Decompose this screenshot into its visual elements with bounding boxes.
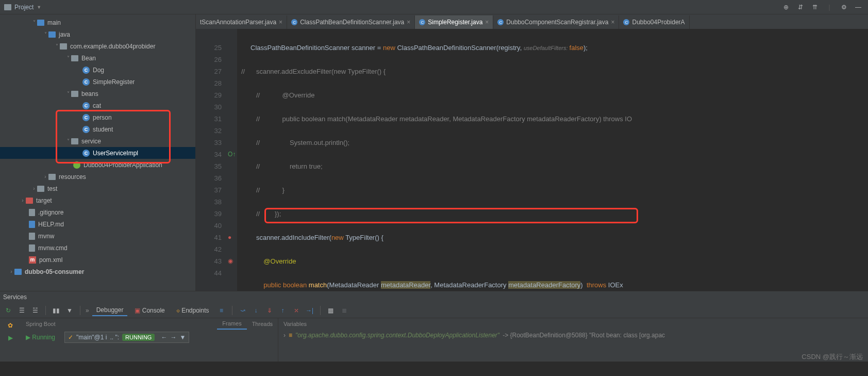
tree-test[interactable]: ›test (0, 183, 195, 194)
breakpoint-checked-icon[interactable]: ◉ (228, 255, 237, 267)
threads-icon[interactable]: ≡ (216, 305, 227, 316)
package-icon (60, 43, 67, 50)
close-icon[interactable]: × (407, 19, 410, 26)
tree-cat[interactable]: Ccat (0, 100, 195, 111)
expand-icon[interactable]: ⇵ (795, 2, 806, 13)
endpoints-tab[interactable]: ⟐ Endpoints (172, 305, 213, 316)
file-icon (29, 244, 35, 252)
folder-icon (48, 31, 56, 38)
tree-userserviceimpl[interactable]: CUserServiceImpl (0, 147, 195, 159)
tree-consumer[interactable]: ›dubbo-05-consumer (0, 266, 195, 277)
dropdown-icon: ▼ (37, 5, 41, 10)
folder-icon (37, 20, 44, 26)
resume-icon[interactable]: ▶ (5, 333, 15, 343)
file-icon (29, 233, 35, 240)
project-icon (4, 4, 11, 10)
project-toolbar: Project ▼ ⊕ ⇵ ⇈ | ⚙ — (0, 0, 868, 14)
class-icon: C (419, 19, 425, 25)
class-icon: C (82, 67, 90, 74)
force-step-icon[interactable]: ⇓ (264, 305, 275, 316)
variable-row[interactable]: › ≡ "org.apache.dubbo.config.spring.cont… (278, 330, 868, 341)
project-tree[interactable]: ˅main ˅java ˅com.example.dubbo04probider… (0, 14, 196, 291)
tab-probider[interactable]: CDubbo04ProbiderA (619, 15, 689, 29)
prev-frame-icon[interactable]: ← (161, 334, 167, 341)
hide-icon[interactable]: — (853, 2, 864, 13)
tab-simpleregister[interactable]: CSimpleRegister.java× (415, 15, 493, 29)
tree-mvnw[interactable]: mvnw (0, 230, 195, 242)
spring-icon[interactable]: ✿ (5, 320, 15, 331)
close-icon[interactable]: × (611, 19, 614, 26)
tree-app[interactable]: Dubbo04ProbiderApplication (0, 159, 195, 171)
divider-icon: | (824, 2, 835, 13)
layout2-icon[interactable]: ☱ (30, 305, 40, 316)
class-icon: C (82, 78, 90, 86)
tree-beans-pkg[interactable]: ˅beans (0, 88, 195, 100)
debug-side-toolbar: ✿ ▶ (0, 318, 21, 362)
tree-main[interactable]: ˅main (0, 17, 195, 28)
md-icon (29, 221, 35, 228)
tree-pom[interactable]: mpom.xml (0, 254, 195, 266)
filter-icon[interactable]: ▼ (64, 305, 75, 316)
filter-frame-icon[interactable]: ▼ (179, 334, 186, 341)
tree-bean-pkg[interactable]: ˅Bean (0, 52, 195, 64)
class-icon: C (82, 102, 90, 109)
tree-student[interactable]: Cstudent (0, 123, 195, 135)
editor-tabs: tScanAnnotationParser.java× CClassPathBe… (196, 14, 868, 29)
next-frame-icon[interactable]: → (170, 334, 176, 341)
debug-toolbar: ↻ ☰ ☱ ▮▮ ▼ » Debugger ▣ Console ⟐ Endpoi… (0, 303, 868, 318)
frames-tab[interactable]: Frames (217, 318, 246, 330)
tree-person[interactable]: Cperson (0, 111, 195, 123)
step-out-icon[interactable]: ↑ (278, 305, 288, 316)
code-editor[interactable]: 2526272829303132333435363738394041424344… (196, 29, 868, 291)
tree-service-pkg[interactable]: ˅service (0, 135, 195, 147)
tab-parser[interactable]: tScanAnnotationParser.java× (196, 15, 287, 29)
tree-simpleregister[interactable]: CSimpleRegister (0, 76, 195, 88)
close-icon[interactable]: × (485, 19, 489, 26)
variables-header: Variables (278, 318, 868, 330)
override-icon[interactable]: O↑ (228, 149, 237, 160)
collapse-icon[interactable]: ⇈ (809, 2, 821, 13)
console-tab[interactable]: ▣ Console (130, 305, 169, 316)
line-numbers: 2526272829303132333435363738394041424344 (196, 29, 228, 291)
class-icon: C (82, 114, 90, 121)
tab-scanner[interactable]: CClassPathBeanDefinitionScanner.java× (287, 15, 415, 29)
tree-target[interactable]: ›target (0, 194, 195, 206)
frame-select[interactable]: ✓ "main"@1 i .. ": RUNNING ← → ▼ (64, 332, 189, 343)
tree-help[interactable]: HELP.md (0, 218, 195, 230)
class-icon: C (291, 19, 297, 25)
frames-pane[interactable]: Spring Boot Frames Threads ▶ Running ✓ "… (21, 318, 278, 362)
services-header[interactable]: Services (0, 291, 868, 303)
layout-icon[interactable]: ☰ (16, 305, 27, 316)
folder-icon (48, 174, 56, 180)
gutter-icons[interactable]: O↑ ● ◉ (228, 29, 237, 291)
breakpoint-icon[interactable]: ● (228, 232, 237, 243)
tree-package[interactable]: ˅com.example.dubbo04probider (0, 40, 195, 52)
evaluate-icon[interactable]: ▦ (326, 305, 336, 316)
tree-mvnwcmd[interactable]: mvnw.cmd (0, 242, 195, 254)
running-label: ▶ Running (21, 332, 60, 342)
tree-resources[interactable]: ›resources (0, 171, 195, 183)
folder-icon (37, 186, 44, 192)
threads-tab[interactable]: Threads (247, 318, 278, 330)
tree-java[interactable]: ˅java (0, 28, 195, 40)
run-to-cursor-icon[interactable]: →| (305, 305, 315, 316)
step-into-icon[interactable]: ↓ (251, 305, 261, 316)
close-icon[interactable]: × (279, 19, 282, 26)
tab-registrar[interactable]: CDubboComponentScanRegistrar.java× (493, 15, 619, 29)
project-label-group[interactable]: Project ▼ (4, 4, 41, 11)
tree-dog[interactable]: CDog (0, 64, 195, 76)
variables-pane[interactable]: Variables › ≡ "org.apache.dubbo.config.s… (278, 318, 868, 362)
target-icon[interactable]: ⊕ (780, 2, 792, 13)
package-icon (71, 55, 78, 61)
camera-icon[interactable]: ▮▮ (51, 305, 61, 316)
debugger-tab[interactable]: Debugger (92, 305, 128, 316)
gear-icon[interactable]: ⚙ (838, 2, 849, 13)
package-icon (71, 138, 78, 144)
rerun-icon[interactable]: ↻ (3, 305, 13, 316)
tree-gitignore[interactable]: .gitignore (0, 206, 195, 218)
step-over-icon[interactable]: ⤻ (238, 305, 248, 316)
drop-frame-icon[interactable]: ⤫ (291, 305, 302, 316)
trace-icon[interactable]: ≣ (339, 305, 349, 316)
file-icon (29, 209, 35, 216)
code-body[interactable]: ClassPathBeanDefinitionScanner scanner =… (237, 29, 868, 291)
